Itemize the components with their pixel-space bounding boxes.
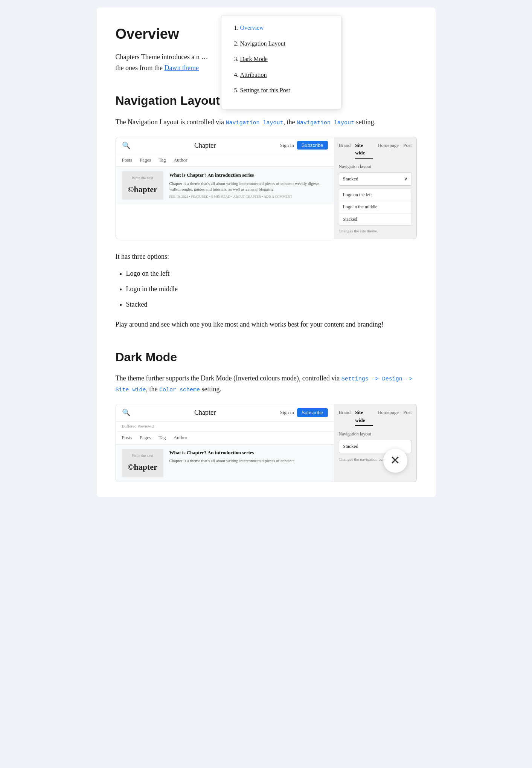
toc-item-5: Settings for this Post (240, 86, 330, 95)
dropdown-value: Stacked (343, 175, 358, 183)
intro-text-ellipsis: … (201, 53, 208, 61)
tab-brand[interactable]: Brand (339, 142, 351, 159)
dark-mode-text1: The theme further supports the Dark Mode… (116, 374, 341, 382)
dawn-theme-link[interactable]: Dawn theme (164, 64, 198, 72)
option-logo-middle[interactable]: Logo in the middle (339, 201, 412, 213)
dark-mode-para: The theme further supports the Dark Mode… (116, 373, 417, 395)
option-logo-left[interactable]: Logo on the left (339, 189, 412, 201)
option-item-1: Logo on the left (126, 268, 417, 279)
mockup2-left-panel: 🔍 Chapter Sign in Subscribe Buffered Pre… (116, 404, 334, 481)
mockup2-nav-tag: Tag (159, 434, 166, 442)
article-desc: Chapter is a theme that's all about writ… (169, 181, 328, 192)
nav-intro-text1: The Navigation Layout is controlled via (116, 118, 226, 126)
toc-popup: Overview Navigation Layout Dark Mode Att… (221, 15, 341, 109)
settings-tabs: Brand Site wide Homepage Post (339, 142, 412, 159)
mockup-content: Write the next ©hapter What is Chapter? … (116, 167, 334, 204)
nav-layout-code: Navigation layout (297, 120, 354, 126)
article-meta: FEB 19, 2024 • FEATURED • 5 MIN READ • A… (169, 194, 328, 199)
nav-posts: Posts (122, 156, 132, 164)
settings-hint-1: Changes the site theme. (339, 228, 412, 235)
nav-settings-code: Navigation layout (226, 120, 283, 126)
mockup2-tab-post[interactable]: Post (403, 409, 412, 426)
option-item-2: Logo in the middle (126, 284, 417, 295)
dark-mode-heading: Dark Mode (116, 348, 417, 367)
nav-layout-label: Navigation layout (339, 163, 412, 170)
search-icon: 🔍 (122, 140, 130, 151)
chapter-logo-text: ©hapter (128, 183, 157, 196)
toc-item-4: Attribution (240, 70, 330, 80)
mockup-article: What is Chapter? An introduction series … (169, 171, 328, 199)
toc-item-2: Navigation Layout (240, 39, 330, 49)
mockup2-article: What is Chapter? An introduction series … (169, 449, 328, 464)
mockup2-tab-brand[interactable]: Brand (339, 409, 351, 426)
options-list: Logo on the left Logo in the middle Stac… (116, 268, 417, 310)
dark-mode-code2: Color scheme (159, 387, 200, 393)
mockup2-content: Write the next ©hapter What is Chapter? … (116, 444, 334, 482)
toc-list: Overview Navigation Layout Dark Mode Att… (233, 23, 330, 95)
mockup2-nav-links: Posts Pages Tag Author (116, 432, 334, 444)
toc-item-1: Overview (240, 23, 330, 33)
option-stacked[interactable]: Stacked (339, 214, 412, 225)
toc-item-3: Dark Mode (240, 54, 330, 64)
mockup2-tab-homepage[interactable]: Homepage (378, 409, 399, 426)
close-button[interactable]: ✕ (383, 449, 407, 473)
search-icon-wrap: 🔍 (122, 140, 130, 151)
tab-post[interactable]: Post (403, 142, 412, 159)
browser-bar: 🔍 Chapter Sign in Subscribe (116, 137, 334, 154)
three-options-text: It has three options: (116, 251, 417, 262)
mockup2-tab-site-wide[interactable]: Site wide (355, 409, 373, 426)
mockup2-nav-pages: Pages (140, 434, 151, 442)
tab-site-wide[interactable]: Site wide (355, 142, 373, 159)
nav-links-bar: Posts Pages Tag Author (116, 154, 334, 167)
mockup2-dropdown-value: Stacked (343, 443, 358, 450)
mockup2-nav-author: Author (174, 434, 187, 442)
nav-pages: Pages (140, 156, 151, 164)
mockup2-subscribe-button[interactable]: Subscribe (297, 408, 328, 417)
mockup2-browser-bar: 🔍 Chapter Sign in Subscribe (116, 404, 334, 421)
mockup2-chapter-logo: ©hapter (128, 460, 157, 473)
main-container: Overview Navigation Layout Dark Mode Att… (97, 8, 436, 497)
chapter-logo-box: Write the next ©hapter (122, 171, 163, 200)
settings-dropdown[interactable]: Stacked ∨ (339, 173, 412, 186)
subscribe-button[interactable]: Subscribe (297, 141, 328, 150)
screenshot-mockup-1: 🔍 Chapter Sign in Subscribe Posts Pages … (116, 137, 417, 240)
mockup2-article-desc: Chapter is a theme that's all about writ… (169, 458, 328, 464)
dropdown-options-list: Logo on the left Logo in the middle Stac… (339, 189, 412, 226)
toc-link-overview[interactable]: Overview (240, 24, 264, 31)
mockup-left-panel: 🔍 Chapter Sign in Subscribe Posts Pages … (116, 137, 334, 239)
write-next-text: Write the next (132, 175, 153, 181)
dark-mode-section: Dark Mode The theme further supports the… (116, 348, 417, 395)
toc-link-attribution[interactable]: Attribution (240, 72, 267, 78)
settings-panel-2: Brand Site wide Homepage Post Navigation… (334, 404, 416, 481)
nav-tag: Tag (159, 156, 166, 164)
settings-panel-1: Brand Site wide Homepage Post Navigation… (334, 137, 416, 239)
close-icon: ✕ (390, 451, 400, 470)
dark-mode-text3: setting. (200, 385, 221, 393)
chevron-down-icon: ∨ (404, 175, 408, 183)
mockup2-sign-in: Sign in (280, 409, 294, 417)
intro-text-part2: the ones from the (116, 64, 165, 72)
mockup2-settings-tabs: Brand Site wide Homepage Post (339, 409, 412, 426)
toc-link-dark[interactable]: Dark Mode (240, 56, 268, 62)
sign-in-text: Sign in (280, 142, 294, 150)
nav-layout-intro-para: The Navigation Layout is controlled via … (116, 117, 417, 128)
screenshot-mockup-2: 🔍 Chapter Sign in Subscribe Buffered Pre… (116, 404, 417, 482)
mockup2-search-icon: 🔍 (122, 407, 130, 418)
dark-mode-text2: , the (146, 385, 160, 393)
mockup2-search-icon-wrap: 🔍 (122, 407, 130, 418)
mockup2-site-title: Chapter (130, 407, 280, 418)
mockup2-nav-layout-label: Navigation layout (339, 431, 412, 438)
toc-link-settings[interactable]: Settings for this Post (240, 87, 290, 93)
tab-homepage[interactable]: Homepage (378, 142, 399, 159)
site-title: Chapter (130, 140, 280, 151)
buffered-preview-bar: Buffered Preview 2 (116, 421, 334, 432)
toc-link-nav[interactable]: Navigation Layout (240, 40, 285, 47)
nav-author: Author (174, 156, 187, 164)
intro-text-part1: Chapters Theme introduces a n (116, 53, 200, 61)
option-item-3: Stacked (126, 299, 417, 310)
mockup2-logo-box: Write the next ©hapter (122, 449, 163, 477)
mockup2-article-title: What is Chapter? An introduction series (169, 449, 328, 457)
article-title: What is Chapter? An introduction series (169, 171, 328, 179)
mockup2-write-next: Write the next (132, 453, 153, 459)
mockup2-nav-posts: Posts (122, 434, 132, 442)
